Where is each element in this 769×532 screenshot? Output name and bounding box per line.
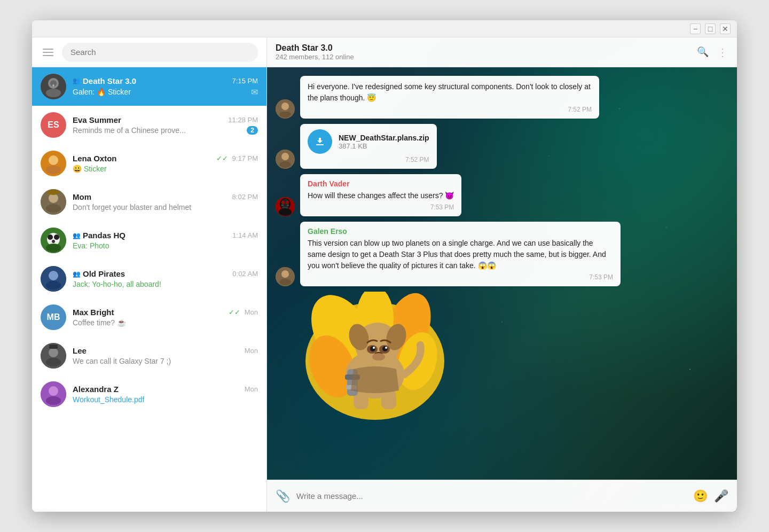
svg-point-44 <box>279 208 292 216</box>
double-check-max: ✓✓ <box>229 308 240 316</box>
svg-point-63 <box>385 347 387 349</box>
chat-top-mom: Mom 8:02 PM <box>73 192 258 201</box>
chat-item-pirates[interactable]: 👥 Old Pirates 0:02 AM Jack: Yo-ho-ho, al… <box>32 260 266 298</box>
chat-item-alexandra[interactable]: Alexandra Z Mon Workout_Shedule.pdf <box>32 375 266 413</box>
avatar-alexandra <box>41 381 66 407</box>
svg-rect-42 <box>281 205 284 206</box>
chat-bottom-mom: Don't forget your blaster and helmet <box>73 203 258 212</box>
message-input[interactable] <box>296 491 687 500</box>
message-bubble-1: Hi everyone. I've redesigned some key st… <box>300 76 599 119</box>
chat-info-pirates: 👥 Old Pirates 0:02 AM Jack: Yo-ho-ho, al… <box>73 269 258 288</box>
avatar-galen-4 <box>276 267 295 286</box>
title-bar: − □ ✕ <box>32 20 737 37</box>
chat-preview-lee: We can call it Galaxy Star 7 ;) <box>73 357 171 365</box>
msg-sender-vader: Darth Vader <box>308 179 454 188</box>
attach-button[interactable]: 📎 <box>276 489 290 503</box>
chat-header-info: Death Star 3.0 242 members, 112 online <box>276 43 354 61</box>
chat-name-lena: Lena Oxton <box>73 154 117 163</box>
chat-bottom-eva: Reminds me of a Chinese prove... 2 <box>73 126 258 135</box>
more-options-button[interactable]: ⋮ <box>717 46 728 59</box>
chat-main: Death Star 3.0 242 members, 112 online 🔍… <box>267 37 737 512</box>
chat-top-pirates: 👥 Old Pirates 0:02 AM <box>73 269 258 278</box>
chat-info-lena: Lena Oxton ✓✓ 9:17 PM 😀 Sticker <box>73 154 258 173</box>
svg-point-23 <box>46 358 61 366</box>
chat-input-bar: 📎 🙂 🎤 <box>267 480 737 512</box>
svg-point-33 <box>281 153 289 160</box>
chat-preview-alexandra: Workout_Shedule.pdf <box>73 395 144 404</box>
sticker-image <box>300 292 450 420</box>
menu-button[interactable] <box>41 46 56 58</box>
msg-text-4: This version can blow up two planets on … <box>308 238 613 271</box>
chat-bottom-pirates: Jack: Yo-ho-ho, all aboard! <box>73 280 258 288</box>
msg-sender-galen: Galen Erso <box>308 227 613 236</box>
chat-name-mom: Mom <box>73 192 91 201</box>
message-row-2: NEW_DeathStar.plans.zip 387.1 KB 7:52 PM <box>276 124 728 169</box>
chat-info-death-star: 👥 Death Star 3.0 7:15 PM Galen: 🔥 Sticke… <box>73 76 258 97</box>
sidebar: 👥 Death Star 3.0 7:15 PM Galen: 🔥 Sticke… <box>32 37 267 512</box>
chat-item-mom[interactable]: Mom 8:02 PM Don't forget your blaster an… <box>32 183 266 221</box>
message-row-4: Galen Erso This version can blow up two … <box>276 222 728 286</box>
sidebar-header <box>32 37 266 67</box>
chat-preview-mom: Don't forget your blaster and helmet <box>73 203 191 212</box>
msg-text-1: Hi everyone. I've redesigned some key st… <box>308 81 592 104</box>
svg-point-14 <box>48 234 53 240</box>
microphone-button[interactable]: 🎤 <box>714 489 728 503</box>
svg-point-40 <box>286 201 289 204</box>
app-window: − □ ✕ <box>32 20 737 512</box>
double-check-lena: ✓✓ <box>216 154 228 162</box>
avatar-lena <box>41 151 66 176</box>
chat-bottom-lee: We can call it Galaxy Star 7 ;) <box>73 357 258 365</box>
minimize-button[interactable]: − <box>690 24 701 34</box>
chat-info-max: Max Bright ✓✓ Mon Coffee time? ☕ <box>73 308 258 327</box>
message-bubble-2: NEW_DeathStar.plans.zip 387.1 KB 7:52 PM <box>300 124 437 169</box>
file-message: NEW_DeathStar.plans.zip 387.1 KB <box>308 129 429 154</box>
chat-bottom: Galen: 🔥 Sticker ✉ <box>73 87 258 97</box>
chat-item-pandas[interactable]: 👥 Pandas HQ 1:14 AM Eva: Photo <box>32 221 266 260</box>
chat-item-lee[interactable]: Lee Mon We can call it Galaxy Star 7 ;) <box>32 337 266 375</box>
svg-point-26 <box>49 386 58 396</box>
file-info: NEW_DeathStar.plans.zip 387.1 KB <box>339 134 429 150</box>
chat-bottom-max: Coffee time? ☕ <box>73 318 258 327</box>
window-controls: − □ ✕ <box>690 24 731 34</box>
message-row-1: Hi everyone. I've redesigned some key st… <box>276 76 728 119</box>
svg-rect-67 <box>381 390 396 409</box>
chat-preview-death-star: Galen: 🔥 Sticker <box>73 88 131 96</box>
hamburger-line-3 <box>43 55 53 56</box>
svg-rect-43 <box>287 205 289 206</box>
svg-point-65 <box>372 353 385 361</box>
svg-point-34 <box>279 161 291 168</box>
chat-preview-eva: Reminds me of a Chinese prove... <box>73 126 186 135</box>
svg-point-7 <box>46 166 61 174</box>
chat-top-eva: Eva Summer 11:28 PM <box>73 115 258 124</box>
chat-item-death-star[interactable]: 👥 Death Star 3.0 7:15 PM Galen: 🔥 Sticke… <box>32 67 266 106</box>
avatar-vader <box>276 197 295 216</box>
search-box[interactable] <box>62 43 258 62</box>
chat-time-pirates: 0:02 AM <box>232 270 258 278</box>
search-input[interactable] <box>70 48 249 57</box>
svg-rect-24 <box>49 345 58 349</box>
chat-preview-pirates: Jack: Yo-ho-ho, all aboard! <box>73 280 161 288</box>
avatar-death-star <box>41 74 66 99</box>
chat-list: 👥 Death Star 3.0 7:15 PM Galen: 🔥 Sticke… <box>32 67 266 512</box>
chat-header-status: 242 members, 112 online <box>276 53 354 61</box>
chat-name-lee: Lee <box>73 346 87 355</box>
chat-item-lena[interactable]: Lena Oxton ✓✓ 9:17 PM 😀 Sticker <box>32 144 266 183</box>
chat-name-max: Max Bright <box>73 308 114 317</box>
chat-item-eva-summer[interactable]: ES Eva Summer 11:28 PM Reminds me of a C… <box>32 106 266 144</box>
search-chat-button[interactable]: 🔍 <box>697 46 709 59</box>
svg-point-62 <box>373 347 375 349</box>
svg-point-6 <box>49 155 58 165</box>
chat-item-max-bright[interactable]: MB Max Bright ✓✓ Mon Coffee time? ☕ <box>32 298 266 337</box>
file-download-icon[interactable] <box>308 129 332 154</box>
chat-header-actions: 🔍 ⋮ <box>697 46 728 59</box>
chat-bottom-lena: 😀 Sticker <box>73 165 258 173</box>
avatar-galen-2 <box>276 150 295 169</box>
maximize-button[interactable]: □ <box>705 24 716 34</box>
svg-point-27 <box>46 396 61 405</box>
chat-time-max: ✓✓ Mon <box>229 308 258 316</box>
close-button[interactable]: ✕ <box>720 24 731 34</box>
svg-rect-31 <box>282 110 288 112</box>
emoji-button[interactable]: 🙂 <box>693 489 708 503</box>
msg-text-3: How will these changes affect the users?… <box>308 190 454 201</box>
file-name: NEW_DeathStar.plans.zip <box>339 134 429 142</box>
